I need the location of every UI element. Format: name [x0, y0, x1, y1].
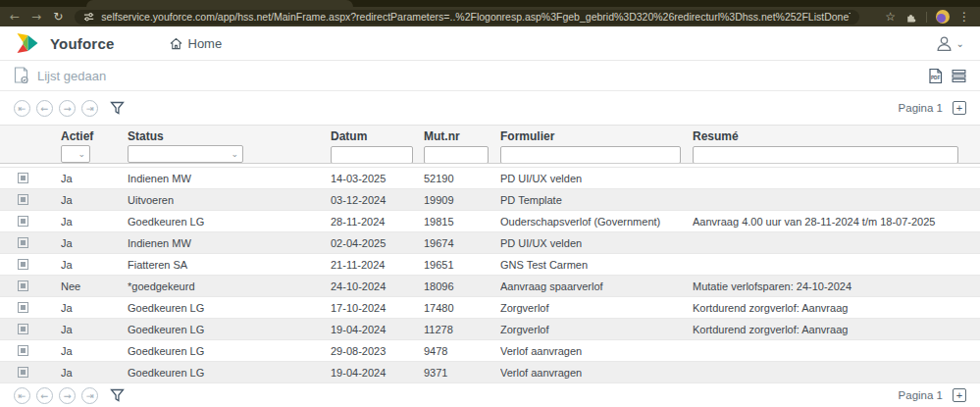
- cell-mutnr: 19651: [424, 259, 500, 271]
- cell-formulier: Zorgverlof: [500, 324, 693, 335]
- row-expand-icon[interactable]: [18, 367, 28, 378]
- table-row[interactable]: Ja Goedkeuren LG 28-11-2024 19815 Ouders…: [0, 211, 980, 232]
- row-expand-icon[interactable]: [18, 324, 28, 334]
- next-page-icon[interactable]: →: [59, 100, 76, 117]
- cell-mutnr: 18096: [424, 280, 500, 292]
- table-row[interactable]: Ja Goedkeuren LG 19-04-2024 9371 Verlof …: [0, 362, 980, 383]
- col-mutnr: Mut.nr: [424, 129, 500, 163]
- table-row[interactable]: Ja Indienen MW 02-04-2025 19674 PD UI/UX…: [0, 232, 980, 254]
- cell-resume: Mutatie verlofsparen: 24-10-2024: [693, 280, 980, 292]
- prev-page-icon[interactable]: ←: [36, 100, 53, 117]
- cell-status: Goedkeuren LG: [128, 302, 331, 314]
- brand[interactable]: Youforce: [16, 32, 115, 54]
- page-label: Pagina 1: [899, 389, 943, 401]
- browser-active-tab[interactable]: [86, 0, 353, 7]
- cell-status: Goedkeuren LG: [128, 324, 331, 335]
- actief-filter-select[interactable]: ⌄: [61, 145, 90, 163]
- cell-datum: 19-04-2024: [331, 324, 424, 335]
- chevron-down-icon: ⌄: [956, 38, 964, 49]
- resume-filter-input[interactable]: [693, 146, 958, 163]
- brand-name: Youforce: [50, 35, 115, 52]
- cell-datum: 17-10-2024: [331, 302, 424, 314]
- cell-actief: Ja: [61, 345, 128, 357]
- cell-formulier: Ouderschapsverlof (Government): [500, 216, 693, 228]
- forward-icon[interactable]: →: [31, 7, 41, 26]
- cell-actief: Ja: [61, 259, 128, 271]
- cell-mutnr: 9478: [424, 345, 500, 357]
- last-page-icon[interactable]: ⇥: [81, 100, 98, 117]
- table-row[interactable]: Ja Fiatteren SA 21-11-2024 19651 GNS Tes…: [0, 254, 980, 276]
- row-expand-icon[interactable]: [18, 173, 28, 183]
- next-page-icon[interactable]: →: [59, 387, 76, 404]
- table-row[interactable]: Nee *goedgekeurd 24-10-2024 18096 Aanvra…: [0, 276, 980, 297]
- first-page-icon[interactable]: ⇤: [14, 100, 30, 117]
- cell-resume: Aanvraag 4.00 uur van 28-11-2024 t/m 18-…: [693, 216, 980, 228]
- formulier-filter-input[interactable]: [500, 146, 681, 163]
- col-expand: [0, 129, 61, 163]
- row-expand-icon[interactable]: [18, 280, 28, 291]
- export-pdf-icon[interactable]: PDF: [928, 68, 944, 84]
- cell-status: Indienen MW: [128, 173, 331, 184]
- back-icon[interactable]: ←: [10, 7, 20, 26]
- user-menu[interactable]: ⌄: [936, 35, 964, 52]
- expand-page-icon[interactable]: +: [953, 388, 966, 402]
- cell-mutnr: 19909: [424, 194, 500, 206]
- toolbar-right: ☆ ⋮: [885, 7, 970, 26]
- table-row[interactable]: Ja Goedkeuren LG 29-08-2023 9478 Verlof …: [0, 340, 980, 362]
- cell-status: Goedkeuren LG: [128, 345, 331, 357]
- last-page-icon[interactable]: ⇥: [81, 387, 98, 404]
- cell-status: Goedkeuren LG: [128, 367, 331, 379]
- cell-datum: 02-04-2025: [331, 237, 424, 249]
- table-row[interactable]: Ja Goedkeuren LG 17-10-2024 17480 Zorgve…: [0, 297, 980, 319]
- filter-icon[interactable]: [110, 101, 125, 116]
- bookmark-star-icon[interactable]: ☆: [885, 7, 896, 26]
- row-expand-icon[interactable]: [18, 237, 28, 248]
- cell-mutnr: 17480: [424, 302, 500, 314]
- filter-icon[interactable]: [110, 388, 125, 403]
- row-expand-icon[interactable]: [18, 194, 28, 205]
- cell-datum: 24-10-2024: [331, 280, 424, 292]
- address-bar[interactable]: selfservice.youforce.com/app/hss.net/Mai…: [75, 10, 859, 25]
- cell-datum: 21-11-2024: [331, 259, 424, 271]
- table-row[interactable]: Ja Goedkeuren LG 19-04-2024 11278 Zorgve…: [0, 319, 980, 340]
- user-icon: [936, 35, 953, 52]
- page-label: Pagina 1: [899, 102, 943, 114]
- site-settings-icon[interactable]: [83, 11, 94, 23]
- cell-formulier: Verlof aanvragen: [500, 345, 693, 357]
- table-row[interactable]: Ja Uitvoeren 03-12-2024 19909 PD Templat…: [0, 189, 980, 211]
- first-page-icon[interactable]: ⇤: [14, 387, 30, 404]
- mutnr-filter-input[interactable]: [424, 146, 489, 163]
- prev-page-icon[interactable]: ←: [36, 387, 53, 404]
- nav-home[interactable]: Home: [170, 36, 223, 51]
- cell-status: Goedkeuren LG: [128, 216, 331, 228]
- col-status: Status ⌄: [128, 129, 331, 163]
- col-datum: Datum: [331, 129, 424, 163]
- home-label: Home: [188, 36, 223, 51]
- cell-actief: Nee: [61, 280, 128, 292]
- cell-actief: Ja: [61, 194, 128, 206]
- row-expand-icon[interactable]: [18, 259, 28, 270]
- row-expand-icon[interactable]: [18, 302, 28, 313]
- row-expand-icon[interactable]: [18, 216, 28, 227]
- browser-chrome: ← → ↻ selfservice.youforce.com/app/hss.n…: [0, 0, 980, 26]
- profile-avatar[interactable]: [936, 10, 950, 24]
- reload-icon[interactable]: ↻: [53, 7, 63, 26]
- table-body: Ja Indienen MW 14-03-2025 52190 PD UI/UX…: [0, 168, 980, 383]
- browser-menu-icon[interactable]: ⋮: [958, 7, 970, 26]
- table-row[interactable]: Ja Indienen MW 14-03-2025 52190 PD UI/UX…: [0, 168, 980, 189]
- page-title: Lijst gedaan: [37, 69, 106, 83]
- extensions-icon[interactable]: [904, 11, 917, 24]
- cell-formulier: PD UI/UX velden: [500, 237, 693, 249]
- row-expand-icon[interactable]: [18, 345, 28, 356]
- list-view-icon[interactable]: [952, 69, 966, 83]
- cell-status: Fiatteren SA: [128, 259, 331, 271]
- expand-page-icon[interactable]: +: [953, 101, 966, 115]
- cell-formulier: PD Template: [500, 194, 693, 206]
- col-formulier: Formulier: [500, 129, 693, 163]
- datum-filter-input[interactable]: [331, 146, 413, 163]
- status-filter-select[interactable]: ⌄: [128, 145, 243, 163]
- cell-datum: 14-03-2025: [331, 173, 424, 184]
- cell-status: Indienen MW: [128, 237, 331, 249]
- cell-actief: Ja: [61, 367, 128, 379]
- cell-formulier: Zorgverlof: [500, 302, 693, 314]
